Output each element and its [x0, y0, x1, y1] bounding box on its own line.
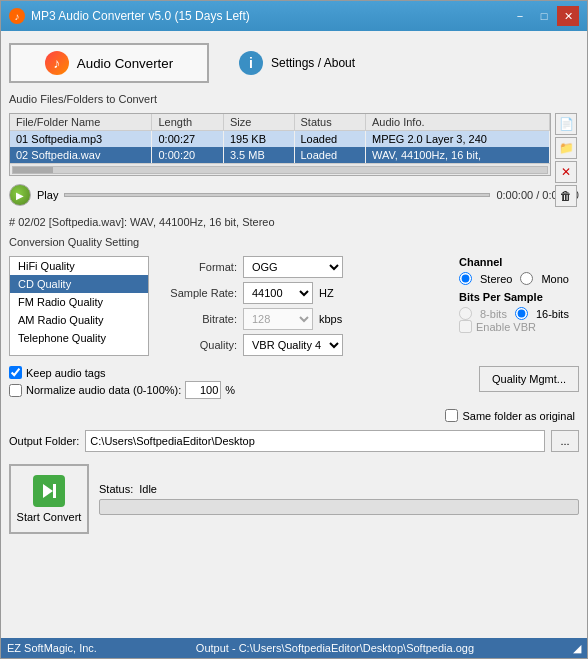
normalize-label: Normalize audio data (0-100%): — [26, 384, 181, 396]
title-bar: ♪ MP3 Audio Converter v5.0 (15 Days Left… — [1, 1, 587, 31]
table-row[interactable]: 02 Softpedia.wav 0:00:20 3.5 MB Loaded W… — [10, 147, 550, 163]
col-info: Audio Info. — [365, 114, 549, 131]
format-row: Format: OGG MP3 WAV FLAC — [157, 256, 451, 278]
title-controls: − □ ✕ — [509, 6, 579, 26]
svg-rect-1 — [53, 484, 56, 498]
quality-list-item[interactable]: AM Radio Quality — [10, 311, 148, 329]
settings-area[interactable]: i Settings / About — [239, 51, 355, 75]
start-convert-button[interactable]: Start Convert — [9, 464, 89, 534]
converter-icon: ♪ — [45, 51, 69, 75]
title-bar-left: ♪ MP3 Audio Converter v5.0 (15 Days Left… — [9, 8, 250, 24]
keep-audio-tags-label: Keep audio tags — [26, 367, 106, 379]
bits-16-radio[interactable] — [515, 307, 528, 320]
stereo-label: Stereo — [480, 273, 512, 285]
cell-length: 0:00:20 — [152, 147, 223, 163]
progress-bar — [99, 499, 579, 515]
cell-status: Loaded — [294, 147, 365, 163]
normalize-unit: % — [225, 384, 235, 396]
format-select[interactable]: OGG MP3 WAV FLAC — [243, 256, 343, 278]
scrollbar-thumb — [13, 167, 53, 173]
kbps-label: kbps — [319, 313, 342, 325]
output-folder-label: Output Folder: — [9, 435, 79, 447]
audio-converter-button[interactable]: ♪ Audio Converter — [9, 43, 209, 83]
quality-mgmt-button[interactable]: Quality Mgmt... — [479, 366, 579, 392]
bits-8-radio[interactable] — [459, 307, 472, 320]
scrollbar-track[interactable] — [12, 166, 548, 174]
quality-select[interactable]: VBR Quality 4 — [243, 334, 343, 356]
sample-rate-label: Sample Rate: — [157, 287, 237, 299]
quality-channel-row: HiFi QualityCD QualityFM Radio QualityAM… — [9, 256, 579, 356]
table-row[interactable]: 01 Softpedia.mp3 0:00:27 195 KB Loaded M… — [10, 131, 550, 148]
window-title: MP3 Audio Converter v5.0 (15 Days Left) — [31, 9, 250, 23]
cell-info: MPEG 2.0 Layer 3, 240 — [365, 131, 549, 148]
bitrate-row: Bitrate: 128 64 192 256 320 kbps — [157, 308, 451, 330]
output-top-row: Same folder as original — [9, 409, 579, 422]
files-section-label: Audio Files/Folders to Convert — [9, 93, 579, 105]
sample-rate-select[interactable]: 44100 22050 11025 — [243, 282, 313, 304]
output-path-input[interactable] — [85, 430, 545, 452]
col-length: Length — [152, 114, 223, 131]
status-bar-left: EZ SoftMagic, Inc. — [7, 642, 97, 654]
resize-icon: ◢ — [573, 642, 581, 655]
mono-label: Mono — [541, 273, 569, 285]
bitrate-select[interactable]: 128 64 192 256 320 — [243, 308, 313, 330]
channel-bits-section: Channel Stereo Mono Bits Per Sample 8-bi… — [459, 256, 579, 356]
minimize-button[interactable]: − — [509, 6, 531, 26]
mono-radio[interactable] — [520, 272, 533, 285]
remove-button[interactable]: ✕ — [555, 161, 577, 183]
channel-radio-row: Stereo Mono — [459, 272, 579, 285]
quality-list-item[interactable]: HiFi Quality — [10, 257, 148, 275]
content-area: ♪ Audio Converter i Settings / About Aud… — [1, 31, 587, 638]
main-window: ♪ MP3 Audio Converter v5.0 (15 Days Left… — [0, 0, 588, 659]
hz-label: HZ — [319, 287, 334, 299]
bottom-options: Keep audio tags Normalize audio data (0-… — [9, 362, 579, 403]
maximize-button[interactable]: □ — [533, 6, 555, 26]
bitrate-label: Bitrate: — [157, 313, 237, 325]
normalize-checkbox[interactable] — [9, 384, 22, 397]
keep-audio-tags-checkbox[interactable] — [9, 366, 22, 379]
file-info: # 02/02 [Softpedia.wav]: WAV, 44100Hz, 1… — [9, 214, 579, 230]
same-folder-checkbox[interactable] — [445, 409, 458, 422]
stereo-radio[interactable] — [459, 272, 472, 285]
quality-format-label: Quality: — [157, 339, 237, 351]
info-icon: i — [239, 51, 263, 75]
add-file-button[interactable]: 📄 — [555, 113, 577, 135]
files-section: File/Folder Name Length Size Status Audi… — [9, 113, 551, 176]
quality-list-item[interactable]: Telephone Quality — [10, 329, 148, 347]
bits-8-label: 8-bits — [480, 308, 507, 320]
app-icon: ♪ — [9, 8, 25, 24]
add-folder-button[interactable]: 📁 — [555, 137, 577, 159]
quality-list-item[interactable]: FM Radio Quality — [10, 293, 148, 311]
start-icon — [33, 475, 65, 507]
channel-section: Channel Stereo Mono — [459, 256, 579, 285]
delete-button[interactable]: 🗑 — [555, 185, 577, 207]
quality-list[interactable]: HiFi QualityCD QualityFM Radio QualityAM… — [9, 256, 149, 356]
side-buttons: 📄 📁 ✕ 🗑 — [555, 113, 577, 207]
browse-button[interactable]: ... — [551, 430, 579, 452]
seek-bar[interactable] — [64, 193, 490, 197]
keep-audio-tags-row: Keep audio tags — [9, 366, 469, 379]
audio-converter-label: Audio Converter — [77, 56, 173, 71]
normalize-input[interactable] — [185, 381, 221, 399]
sample-rate-row: Sample Rate: 44100 22050 11025 HZ — [157, 282, 451, 304]
normalize-row: Normalize audio data (0-100%): % — [9, 381, 469, 399]
status-bar: EZ SoftMagic, Inc. Output - C:\Users\Sof… — [1, 638, 587, 658]
scrollbar-area[interactable] — [10, 163, 550, 175]
quality-list-item[interactable]: CD Quality — [10, 275, 148, 293]
status-value: Idle — [139, 483, 157, 495]
files-table: File/Folder Name Length Size Status Audi… — [10, 114, 550, 163]
play-label: Play — [37, 189, 58, 201]
col-name: File/Folder Name — [10, 114, 152, 131]
output-section: Output Folder: ... — [9, 428, 579, 454]
bits-radio-row: 8-bits 16-bits — [459, 307, 579, 320]
enable-vbr-checkbox[interactable] — [459, 320, 472, 333]
status-row: Status: Idle — [99, 483, 579, 495]
close-button[interactable]: ✕ — [557, 6, 579, 26]
player-row: ▶ Play 0:00:00 / 0:00:00 — [9, 182, 579, 208]
cell-size: 195 KB — [223, 131, 294, 148]
cell-info: WAV, 44100Hz, 16 bit, — [365, 147, 549, 163]
cell-length: 0:00:27 — [152, 131, 223, 148]
play-button[interactable]: ▶ — [9, 184, 31, 206]
same-folder-label: Same folder as original — [462, 410, 575, 422]
cell-name: 02 Softpedia.wav — [10, 147, 152, 163]
